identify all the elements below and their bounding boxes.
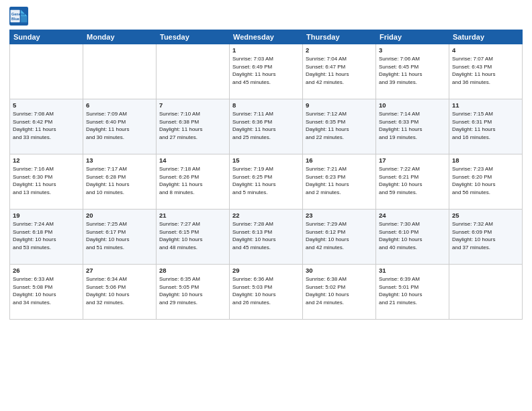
day-number: 16 — [306, 156, 373, 164]
day-info: Sunrise: 7:08 AM Sunset: 6:42 PM Dayligh… — [13, 110, 80, 141]
day-cell: 6Sunrise: 7:09 AM Sunset: 6:40 PM Daylig… — [83, 99, 157, 154]
day-number: 17 — [379, 156, 446, 164]
day-cell: 18Sunrise: 7:23 AM Sunset: 6:20 PM Dayli… — [449, 154, 523, 210]
day-info: Sunrise: 7:12 AM Sunset: 6:35 PM Dayligh… — [306, 110, 373, 141]
day-number: 7 — [159, 101, 226, 109]
day-number: 12 — [13, 156, 80, 164]
day-number: 14 — [159, 156, 226, 164]
day-cell: 25Sunrise: 7:32 AM Sunset: 6:09 PM Dayli… — [449, 210, 523, 265]
day-number: 26 — [13, 267, 80, 274]
day-info: Sunrise: 7:29 AM Sunset: 6:12 PM Dayligh… — [306, 220, 373, 251]
logo-icon: General Blue — [9, 7, 28, 26]
day-cell: 14Sunrise: 7:18 AM Sunset: 6:26 PM Dayli… — [157, 154, 230, 210]
day-info: Sunrise: 7:27 AM Sunset: 6:15 PM Dayligh… — [159, 220, 226, 251]
day-cell — [10, 44, 83, 99]
day-info: Sunrise: 6:35 AM Sunset: 5:05 PM Dayligh… — [159, 275, 226, 306]
header-row: SundayMondayTuesdayWednesdayThursdayFrid… — [10, 30, 523, 44]
day-cell: 27Sunrise: 6:34 AM Sunset: 5:06 PM Dayli… — [83, 265, 157, 320]
week-row-3: 12Sunrise: 7:16 AM Sunset: 6:30 PM Dayli… — [10, 154, 523, 210]
day-cell: 22Sunrise: 7:28 AM Sunset: 6:13 PM Dayli… — [230, 210, 303, 265]
day-cell: 30Sunrise: 6:38 AM Sunset: 5:02 PM Dayli… — [303, 265, 376, 320]
day-cell: 19Sunrise: 7:24 AM Sunset: 6:18 PM Dayli… — [10, 210, 83, 265]
header-cell-sunday: Sunday — [10, 30, 83, 44]
day-number: 29 — [232, 267, 300, 274]
day-number: 19 — [13, 212, 80, 219]
day-number: 8 — [232, 101, 300, 109]
day-cell: 17Sunrise: 7:22 AM Sunset: 6:21 PM Dayli… — [376, 154, 449, 210]
day-info: Sunrise: 7:15 AM Sunset: 6:31 PM Dayligh… — [452, 110, 519, 141]
day-cell: 20Sunrise: 7:25 AM Sunset: 6:17 PM Dayli… — [83, 210, 157, 265]
day-cell: 5Sunrise: 7:08 AM Sunset: 6:42 PM Daylig… — [10, 99, 83, 154]
day-number: 3 — [379, 46, 446, 54]
day-info: Sunrise: 6:33 AM Sunset: 5:08 PM Dayligh… — [13, 275, 80, 306]
day-number: 15 — [232, 156, 300, 164]
calendar-page: General Blue SundayMondayTuesdayWednesda… — [0, 0, 532, 411]
day-number: 10 — [379, 101, 446, 109]
day-cell: 15Sunrise: 7:19 AM Sunset: 6:25 PM Dayli… — [230, 154, 303, 210]
day-cell — [83, 44, 157, 99]
day-cell: 10Sunrise: 7:14 AM Sunset: 6:33 PM Dayli… — [376, 99, 449, 154]
day-cell: 28Sunrise: 6:35 AM Sunset: 5:05 PM Dayli… — [157, 265, 230, 320]
day-info: Sunrise: 7:10 AM Sunset: 6:38 PM Dayligh… — [159, 110, 226, 141]
day-number: 9 — [306, 101, 373, 109]
day-number: 2 — [306, 46, 373, 54]
day-cell: 8Sunrise: 7:11 AM Sunset: 6:36 PM Daylig… — [230, 99, 303, 154]
day-cell: 11Sunrise: 7:15 AM Sunset: 6:31 PM Dayli… — [449, 99, 523, 154]
day-info: Sunrise: 7:28 AM Sunset: 6:13 PM Dayligh… — [232, 220, 300, 251]
header: General Blue — [9, 7, 523, 26]
header-cell-saturday: Saturday — [449, 30, 523, 44]
day-info: Sunrise: 7:11 AM Sunset: 6:36 PM Dayligh… — [232, 110, 300, 141]
week-row-4: 19Sunrise: 7:24 AM Sunset: 6:18 PM Dayli… — [10, 210, 523, 265]
day-number: 31 — [379, 267, 446, 274]
header-cell-monday: Monday — [83, 30, 157, 44]
header-cell-thursday: Thursday — [303, 30, 376, 44]
day-number: 28 — [159, 267, 226, 274]
day-info: Sunrise: 7:21 AM Sunset: 6:23 PM Dayligh… — [306, 165, 373, 196]
day-number: 11 — [452, 101, 519, 109]
day-cell: 9Sunrise: 7:12 AM Sunset: 6:35 PM Daylig… — [303, 99, 376, 154]
day-cell: 13Sunrise: 7:17 AM Sunset: 6:28 PM Dayli… — [83, 154, 157, 210]
day-number: 21 — [159, 212, 226, 219]
day-info: Sunrise: 7:24 AM Sunset: 6:18 PM Dayligh… — [13, 220, 80, 251]
day-cell: 31Sunrise: 6:39 AM Sunset: 5:01 PM Dayli… — [376, 265, 449, 320]
week-row-2: 5Sunrise: 7:08 AM Sunset: 6:42 PM Daylig… — [10, 99, 523, 154]
header-cell-wednesday: Wednesday — [230, 30, 303, 44]
day-cell: 24Sunrise: 7:30 AM Sunset: 6:10 PM Dayli… — [376, 210, 449, 265]
day-info: Sunrise: 7:19 AM Sunset: 6:25 PM Dayligh… — [232, 165, 300, 196]
day-cell: 1Sunrise: 7:03 AM Sunset: 6:49 PM Daylig… — [230, 44, 303, 99]
day-cell: 29Sunrise: 6:36 AM Sunset: 5:03 PM Dayli… — [230, 265, 303, 320]
header-cell-friday: Friday — [376, 30, 449, 44]
day-number: 27 — [86, 267, 153, 274]
day-info: Sunrise: 7:17 AM Sunset: 6:28 PM Dayligh… — [86, 165, 153, 196]
day-info: Sunrise: 7:14 AM Sunset: 6:33 PM Dayligh… — [379, 110, 446, 141]
day-cell: 16Sunrise: 7:21 AM Sunset: 6:23 PM Dayli… — [303, 154, 376, 210]
day-number: 13 — [86, 156, 153, 164]
day-info: Sunrise: 7:04 AM Sunset: 6:47 PM Dayligh… — [306, 55, 373, 86]
day-number: 30 — [306, 267, 373, 274]
day-info: Sunrise: 6:34 AM Sunset: 5:06 PM Dayligh… — [86, 275, 153, 306]
day-info: Sunrise: 7:18 AM Sunset: 6:26 PM Dayligh… — [159, 165, 226, 196]
day-info: Sunrise: 7:07 AM Sunset: 6:43 PM Dayligh… — [452, 55, 519, 86]
day-number: 22 — [232, 212, 300, 219]
day-info: Sunrise: 7:03 AM Sunset: 6:49 PM Dayligh… — [232, 55, 300, 86]
day-info: Sunrise: 7:06 AM Sunset: 6:45 PM Dayligh… — [379, 55, 446, 86]
day-info: Sunrise: 6:39 AM Sunset: 5:01 PM Dayligh… — [379, 275, 446, 306]
logo: General Blue — [9, 7, 28, 26]
day-cell — [157, 44, 230, 99]
day-number: 4 — [452, 46, 519, 54]
day-cell: 12Sunrise: 7:16 AM Sunset: 6:30 PM Dayli… — [10, 154, 83, 210]
day-number: 20 — [86, 212, 153, 219]
calendar-table: SundayMondayTuesdayWednesdayThursdayFrid… — [9, 30, 523, 320]
day-cell: 4Sunrise: 7:07 AM Sunset: 6:43 PM Daylig… — [449, 44, 523, 99]
day-info: Sunrise: 6:36 AM Sunset: 5:03 PM Dayligh… — [232, 275, 300, 306]
day-cell — [449, 265, 523, 320]
day-number: 1 — [232, 46, 300, 54]
day-cell: 23Sunrise: 7:29 AM Sunset: 6:12 PM Dayli… — [303, 210, 376, 265]
week-row-1: 1Sunrise: 7:03 AM Sunset: 6:49 PM Daylig… — [10, 44, 523, 99]
day-info: Sunrise: 6:38 AM Sunset: 5:02 PM Dayligh… — [306, 275, 373, 306]
day-number: 18 — [452, 156, 519, 164]
header-cell-tuesday: Tuesday — [157, 30, 230, 44]
week-row-5: 26Sunrise: 6:33 AM Sunset: 5:08 PM Dayli… — [10, 265, 523, 320]
day-cell: 7Sunrise: 7:10 AM Sunset: 6:38 PM Daylig… — [157, 99, 230, 154]
day-number: 5 — [13, 101, 80, 109]
